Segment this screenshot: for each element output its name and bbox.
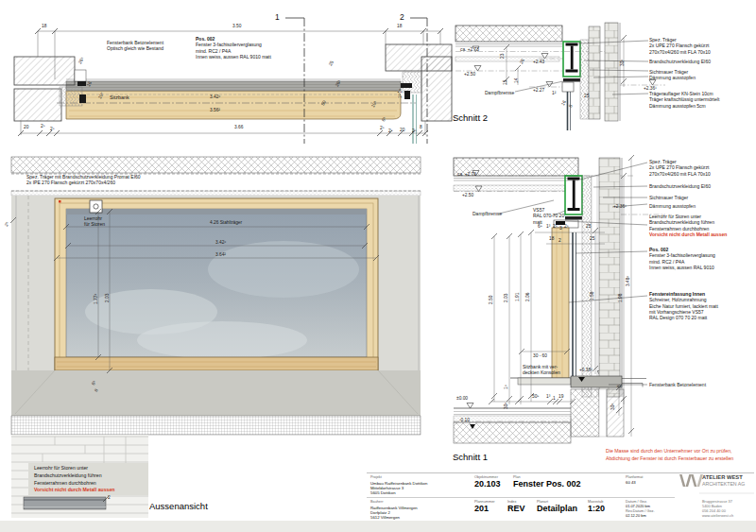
dim-label: 1³ 2⁵ [398, 89, 404, 98]
dim-label: 3.64² [215, 252, 226, 258]
annotation-daemmung: Dämmung ausstopfen [649, 75, 696, 80]
dim-label: 2 [108, 495, 111, 501]
annotation-sichtmauer: Sichtmauer Träger [649, 195, 688, 200]
dim-label: 20 [24, 125, 28, 130]
dim-label: 3.48⁵ [626, 276, 631, 286]
dim-label: 30⁵ [610, 403, 616, 410]
titleblock-datum: Datum / Gez. 01.07.2020 bm Rev.Datum / G… [626, 499, 655, 519]
dim-label: 3.42⁶ [210, 94, 220, 100]
level-label: +0.38¹ [579, 368, 593, 373]
dim-label: 3 [559, 226, 562, 232]
annotation-traeger-band: Spez. Träger mit Brandschutzverkleidung … [26, 174, 141, 186]
level-label: ±0.00 [456, 396, 468, 402]
label-dampfbremse: Dampfbremse [485, 90, 514, 95]
titleblock-objnr: 20.103 [474, 479, 501, 489]
firm-address: Bruggerstrasse 375400 Baden 056 204 40 0… [702, 499, 733, 519]
dim-label: 15 [503, 80, 508, 85]
titleblock-format-label: Planformat [626, 475, 643, 479]
annotation-traegerauflager: Trägerauflager KN-Stein 10cmTräger kraft… [649, 91, 719, 109]
dim-label: 25 [586, 224, 591, 230]
dim-label: 50⁹ [532, 394, 539, 400]
dim-label: 30⁵ [620, 60, 626, 66]
dim-label: 2.03 [105, 294, 111, 302]
dim-label: 14 [514, 78, 520, 83]
dim-label: 18 [42, 24, 46, 29]
dim-label: 2.03 [504, 294, 509, 302]
dim-label: 1.58 [590, 292, 595, 300]
dim-label: 1³ [546, 224, 550, 230]
titleblock-plannr: 201 [474, 504, 489, 513]
dim-label: 8 [617, 385, 623, 387]
dim-label: 6⁹ [538, 224, 542, 230]
level-label: +2.27 [533, 88, 544, 94]
firm-name: ATELIER WEST [702, 474, 743, 480]
level-label: ca. +2.73 [457, 172, 476, 178]
dim-label: 2 [558, 238, 561, 244]
dim-label: 19 [558, 394, 563, 400]
drawing-sheet: 1 2 18 3.50 18 Fensterbank BetonelementO… [0, 0, 756, 532]
caption-schnitt2: Schnitt 2 [453, 112, 488, 123]
dim-label: 2⁵ [553, 224, 558, 230]
dim-label: 2.50 [489, 296, 494, 304]
caption-aussenansicht: Aussenansicht [149, 501, 208, 511]
label-dampfbremse: Dampfbremse [472, 211, 502, 216]
annotation-pos002: Pos. 002 Fenster 3-fachisolierverglasung… [649, 247, 715, 270]
label-leerrohr: Leerrohrfür Storen [84, 215, 105, 228]
dim-label: 2⁵ [388, 129, 393, 134]
dim-label: 1³ [546, 394, 550, 400]
annotation-sichtmauer: Sichtmauer Träger [649, 69, 688, 75]
dim-label: 1 [553, 396, 556, 402]
annotation-brandschutz: Brandschutzverkleidung EI60 [649, 183, 711, 189]
dim-label: 25 [584, 94, 589, 99]
caption-schnitt1: Schnitt 1 [453, 452, 488, 462]
titleblock-plan-title: Fenster Pos. 002 [513, 479, 581, 489]
annotation-fensterbank: Fensterbank BetonelementOptisch gleich w… [107, 40, 163, 52]
dim-label: 23 [500, 54, 506, 59]
annotation-fensterbank: Fensterbank Betonelement [649, 382, 706, 387]
dim-label: 30 - 60 [533, 353, 547, 359]
dim-label: 2.06 [525, 293, 531, 301]
dim-label: 1.98 [618, 294, 624, 302]
schnitt1-drawing [454, 155, 665, 443]
annotation-leerrohr-warnung: Leerrohr für Storen unterBrandschutzverk… [34, 465, 115, 494]
annotation-daemmung: Dämmung ausstopfen [649, 203, 696, 209]
dim-label: 1² [552, 91, 556, 96]
dim-label: 25 [590, 236, 594, 242]
titleblock-projekt: Projekt Umbau Raiffeisenbank DottikonMit… [370, 475, 427, 495]
dim-label: 2⁵ [41, 124, 45, 129]
level-label: +2.43 [533, 60, 544, 65]
label-vs57: VS57RAL 070 70 20matt [533, 207, 564, 225]
dim-label: 1.91 [515, 293, 521, 301]
dim-label: 2⁵ [380, 126, 385, 131]
elevation-drawing [10, 157, 421, 518]
titleblock-planart: Detailplan [537, 504, 577, 513]
dim-label: 2⁵ [50, 127, 55, 132]
firm-subtitle: ARCHITEKTEN AG [702, 481, 745, 487]
titleblock-format: 60 43 [626, 480, 636, 485]
dim-label: 3.50 [232, 24, 241, 29]
titleblock-index: REV [507, 504, 525, 513]
level-label: ca. +2.73 [460, 47, 479, 53]
section-marker-1: 1 [275, 12, 280, 22]
level-label: -0.10 [459, 418, 470, 423]
dim-label: 18 [549, 236, 554, 242]
section-marker-2: 2 [400, 12, 404, 22]
annotation-spez-traeger: Spez. Träger2x UPE 270 Flansch gekürzt27… [649, 37, 711, 55]
dim-label: 3.56² [210, 108, 220, 113]
atelier-west-logo-icon [679, 474, 703, 487]
titleblock-massstab: 1:20 [588, 504, 605, 513]
page-edge [0, 521, 756, 532]
dim-label-stahltraeger: 4.26 Stahlträger [210, 220, 242, 226]
dim-label: 30⁵ [504, 403, 509, 409]
level-label: +2.50 [464, 72, 475, 77]
dim-label: 20 [400, 128, 404, 133]
dim-label: 2⁵ [412, 129, 417, 134]
annotation-fenstereinfassung: Fenstereinfassung Innen Schreiner, Holzu… [649, 291, 718, 320]
annotation-spez-traeger: Spez. Träger2x UPE 270 Flansch gekürzt27… [649, 159, 711, 177]
dim-label: 3.66 [234, 125, 243, 130]
level-label: +2.50 [462, 193, 473, 198]
dim-label: 1⁵ [504, 385, 509, 389]
dim-label: 1.77⁴ [94, 294, 99, 304]
annotation-pos002: Pos. 002 Fenster 3-fachisolierverglasung… [196, 36, 271, 60]
annotation-brandschutz: Brandschutzverkleidung EI60 [649, 59, 711, 64]
